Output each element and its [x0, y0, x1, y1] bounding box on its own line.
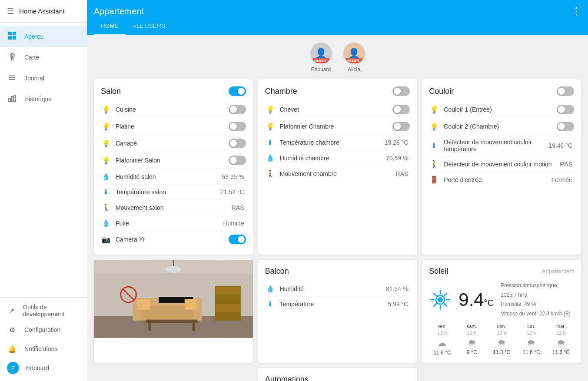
plafonnier-chambre-toggle[interactable]: [392, 122, 410, 131]
bell-icon: 🔔: [7, 345, 17, 353]
sidebar-header: ☰ Home Assistant: [0, 0, 87, 23]
salon-toggle[interactable]: [229, 86, 246, 96]
forecast-lun: lun. 12 h 🌧 11.6 °C: [518, 324, 544, 356]
temp-icon: 🌡: [265, 300, 276, 308]
svg-point-17: [166, 266, 181, 273]
more-options-icon[interactable]: ⋮: [571, 6, 581, 17]
salon-title: Salon: [101, 87, 121, 96]
svg-line-42: [444, 293, 447, 296]
cards-grid: Salon 💡 Cuisine 💡 Platine: [94, 80, 581, 381]
motion-icon: 🚶: [429, 160, 439, 168]
humidity-icon: 💧: [265, 154, 276, 162]
topbar-title: Appartement: [94, 7, 144, 17]
user-avatar-edouard: 👤 ABSENT: [310, 42, 332, 65]
sidebar-label-user: Edouard: [26, 364, 49, 371]
sidebar-item-outils[interactable]: ↗ Outils de développement: [0, 301, 87, 320]
sidebar-item-notif[interactable]: 🔔 Notifications: [0, 339, 87, 358]
weather-title: Soleil: [429, 267, 448, 276]
sidebar-label-carte: Carte: [24, 54, 39, 61]
sidebar-item-carte[interactable]: Carte: [0, 47, 87, 68]
topbar-title-row: Appartement ⋮: [94, 0, 581, 23]
plafonnier-salon-toggle[interactable]: [229, 156, 246, 165]
rain-icon-mar: 🌧: [557, 338, 565, 348]
svg-rect-27: [146, 320, 197, 323]
sidebar: ☰ Home Assistant Aperçu Carte Journal H: [0, 0, 87, 381]
couloir-row-temp: 🌡 Détecteur de mouvement couloir tempera…: [429, 135, 574, 156]
camera-image: [94, 260, 253, 338]
chambre-toggle[interactable]: [392, 86, 410, 96]
cuisine-toggle[interactable]: [229, 105, 246, 114]
avatar: E: [7, 362, 19, 374]
sidebar-label-notif: Notifications: [24, 345, 57, 352]
sidebar-label-outils: Outils de développement: [23, 304, 80, 318]
user-name-edouard: Edouard: [311, 66, 331, 73]
sidebar-item-user[interactable]: E Edouard: [0, 358, 87, 378]
svg-rect-19: [216, 287, 240, 295]
user-badge-alicia: ABSENT: [345, 58, 363, 63]
bulb-icon: 💡: [265, 123, 276, 131]
sidebar-label-config: Configuration: [24, 326, 60, 333]
salon-row-temp: 🌡 Température salon 21.52 °C: [101, 185, 246, 200]
salon-card-header: Salon: [101, 86, 246, 96]
salon-row-humidite: 💧 Humidité salon 53.35 %: [101, 169, 246, 185]
weather-temp-display: 9.4°C: [458, 289, 494, 310]
sidebar-item-historique[interactable]: Historique: [0, 89, 87, 109]
sidebar-label-apercu: Aperçu: [24, 33, 43, 40]
chevet-toggle[interactable]: [392, 105, 410, 114]
bulb-icon: 💡: [101, 106, 111, 114]
balcon-title: Balcon: [265, 267, 289, 276]
svg-rect-2: [8, 36, 12, 40]
humidity-icon: 💧: [265, 285, 276, 293]
user-avatar-alicia: 👤 ABSENT: [343, 42, 365, 65]
sidebar-item-config[interactable]: ⚙ Configuration: [0, 320, 87, 339]
user-card-alicia[interactable]: 👤 ABSENT Alicia: [343, 42, 365, 73]
weather-temp-value: 9.4: [458, 289, 484, 310]
hamburger-icon[interactable]: ☰: [7, 7, 14, 16]
svg-rect-28: [148, 323, 151, 331]
motion-icon: 🚶: [265, 169, 276, 178]
user-card-edouard[interactable]: 👤 ABSENT Edouard: [310, 42, 332, 73]
user-name-alicia: Alicia: [348, 66, 360, 73]
platine-toggle[interactable]: [229, 122, 246, 131]
svg-rect-10: [11, 96, 13, 102]
weather-card-header: Soleil Appartement: [429, 267, 574, 276]
sidebar-item-journal[interactable]: Journal: [0, 68, 87, 89]
map-icon: [7, 52, 17, 63]
couloir-card: Couloir 💡 Couloir 1 (Entrée) 💡 Couloir 2…: [422, 80, 581, 255]
couloir1-toggle[interactable]: [557, 105, 574, 114]
door-icon: 🚪: [429, 176, 439, 184]
rain-icon-sam: 🌧: [468, 338, 476, 348]
chambre-title: Chambre: [265, 87, 297, 96]
tab-home[interactable]: HOME: [94, 23, 126, 35]
couloir-toggle[interactable]: [557, 86, 574, 96]
weather-card: Soleil Appartement: [422, 260, 581, 363]
grid-icon: [7, 31, 17, 42]
forecast-dim: dim. 12 h 🌧 11.3 °C: [488, 324, 515, 356]
couloir2-toggle[interactable]: [557, 122, 574, 131]
svg-rect-21: [216, 304, 240, 312]
sidebar-item-apercu[interactable]: Aperçu: [0, 26, 87, 47]
svg-line-43: [434, 304, 436, 306]
salon-row-mouvement: 🚶 Mouvement salon RAS: [101, 200, 246, 215]
camera-icon: 📷: [101, 235, 111, 244]
balcon-row-temp: 🌡 Température 5.99 °C: [265, 297, 410, 311]
content-area: 👤 ABSENT Edouard 👤 ABSENT Alicia Salon: [87, 35, 588, 381]
svg-rect-34: [185, 299, 198, 310]
canape-toggle[interactable]: [229, 139, 246, 148]
salon-row-fuite: 💧 Fuite Humide: [101, 215, 246, 231]
users-row: 👤 ABSENT Edouard 👤 ABSENT Alicia: [94, 42, 581, 73]
tab-all-users[interactable]: ALL USERS: [126, 23, 173, 35]
temp-icon: 🌡: [265, 139, 276, 146]
svg-line-40: [434, 293, 436, 296]
camera-yi-toggle[interactable]: [229, 235, 246, 244]
topbar-tabs: HOME ALL USERS: [94, 23, 581, 35]
couloir-row-2: 💡 Couloir 2 (Chambre): [429, 118, 574, 135]
chambre-card: Chambre 💡 Chevet 💡 Plafonnier Chambre: [258, 80, 417, 255]
svg-rect-20: [216, 295, 240, 303]
svg-point-4: [10, 53, 14, 58]
automations-card: Automations ≡ Mode absence ≡ Mode presen…: [258, 368, 417, 381]
svg-point-44: [438, 297, 443, 302]
chambre-row-mouvement: 🚶 Mouvement chambre RAS: [265, 166, 410, 181]
salon-row-platine: 💡 Platine: [101, 118, 246, 135]
svg-rect-22: [216, 313, 240, 320]
